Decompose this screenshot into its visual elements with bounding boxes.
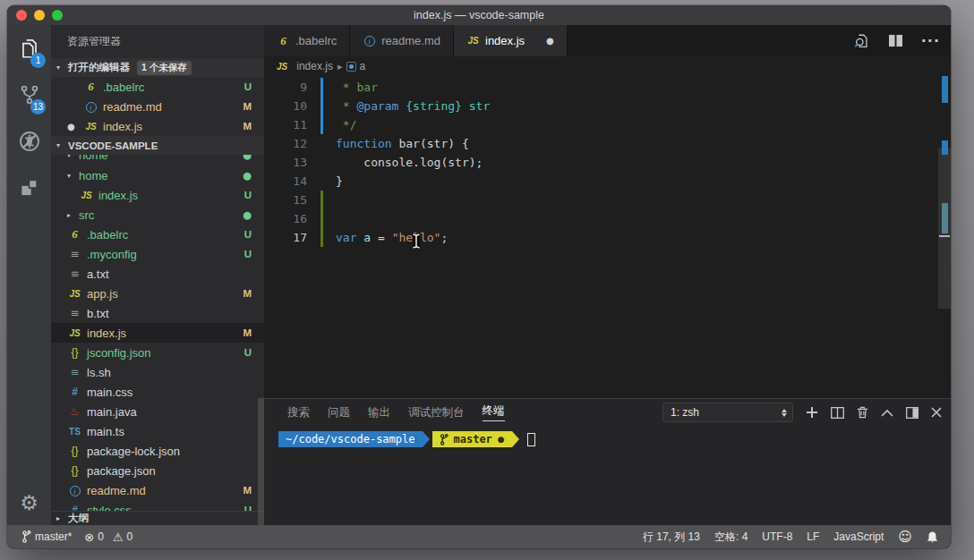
statusbar-problems[interactable]: ⊗ 0 ⚠ 0: [84, 530, 132, 544]
settings-gear-icon[interactable]: ⚙: [7, 491, 51, 514]
git-status-badge: U: [244, 249, 264, 259]
open-editors-header[interactable]: ▾ 打开的编辑器 1 个未保存: [51, 58, 264, 77]
terminal-select[interactable]: 1: zsh: [662, 403, 793, 422]
code-line[interactable]: 13 console.log(str);: [264, 153, 951, 172]
statusbar-encoding[interactable]: UTF-8: [762, 530, 792, 543]
statusbar-language[interactable]: JavaScript: [833, 530, 884, 543]
zoom-window-button[interactable]: [52, 10, 63, 21]
project-label: VSCODE-SAMPLE: [68, 140, 158, 151]
tree-item-appjs[interactable]: JS app.js M: [51, 284, 264, 303]
git-status-badge: M: [243, 101, 264, 112]
tree-item-home[interactable]: ▾ home ●: [51, 165, 264, 185]
notifications-bell-icon[interactable]: [927, 530, 938, 543]
statusbar-branch[interactable]: master*: [21, 530, 72, 543]
maximize-panel-chevron-icon[interactable]: [881, 409, 893, 417]
json-icon: {}: [67, 445, 82, 457]
toggle-panel-position-icon[interactable]: [906, 407, 918, 419]
activity-explorer[interactable]: 1: [7, 25, 51, 72]
statusbar-eol[interactable]: LF: [807, 530, 819, 543]
git-status-badge: U: [244, 190, 264, 200]
tree-item-babelrc[interactable]: 6 .babelrc U: [51, 225, 264, 244]
title-bar[interactable]: index.js — vscode-sample: [7, 5, 951, 25]
kill-terminal-trash-icon[interactable]: [857, 406, 868, 419]
editor-actions: ···: [854, 25, 940, 56]
tree-item-myconfig[interactable]: ≡ .myconfig U: [51, 244, 264, 264]
tree-item-maincss[interactable]: # main.css: [51, 382, 264, 402]
feedback-smiley-icon[interactable]: ☺: [898, 529, 912, 545]
tree-item-packagejson[interactable]: {} package.json: [51, 461, 264, 480]
overview-ruler[interactable]: [938, 76, 951, 398]
tab-readme[interactable]: i readme.md: [350, 25, 454, 56]
activity-debug[interactable]: [7, 118, 51, 165]
explorer-sidebar: 资源管理器 ▾ 打开的编辑器 1 个未保存 6 .babelrc U i rea…: [51, 25, 264, 525]
tree-item-lssh[interactable]: ≡ ls.sh: [51, 362, 264, 382]
js-icon: JS: [83, 122, 98, 132]
panel-tab-output[interactable]: 输出: [368, 405, 390, 420]
ruler-modified-marker: [942, 140, 948, 155]
git-status-badge: M: [243, 288, 264, 299]
open-editor-babelrc[interactable]: 6 .babelrc U: [51, 77, 264, 97]
terminal-content[interactable]: ~/code/vscode-sample master ●: [278, 431, 535, 447]
breadcrumb[interactable]: JS index.js ▸ a: [264, 56, 951, 76]
tree-item-home-clipped[interactable]: ▾ home ●: [51, 155, 264, 165]
code-line[interactable]: 11 */: [264, 115, 951, 134]
split-terminal-icon[interactable]: [831, 407, 844, 419]
panel-tab-debug-console[interactable]: 调试控制台: [408, 405, 465, 420]
more-actions-icon[interactable]: ···: [921, 32, 940, 49]
panel-tab-problems[interactable]: 问题: [328, 405, 350, 420]
minimize-window-button[interactable]: [34, 10, 45, 21]
code-line[interactable]: 10 * @param {string} str: [264, 97, 951, 115]
traffic-lights: [16, 10, 63, 21]
powerline-arrow-icon: [423, 431, 430, 447]
tree-item-atxt[interactable]: ≡ a.txt: [51, 264, 264, 284]
code-line[interactable]: 9 * bar: [264, 78, 951, 97]
prompt-git-segment: master ●: [432, 431, 512, 447]
tree-item-mainjava[interactable]: ♨ main.java: [51, 402, 264, 421]
code-line-current[interactable]: 17 var a = "hello";: [264, 228, 951, 247]
breadcrumb-symbol[interactable]: a: [346, 60, 365, 72]
close-panel-icon[interactable]: [931, 407, 942, 418]
ruler-modified-marker: [942, 76, 948, 103]
statusbar-indentation[interactable]: 空格: 4: [714, 530, 748, 545]
open-editor-readme[interactable]: i readme.md M: [51, 97, 264, 116]
activity-extensions[interactable]: [7, 165, 51, 211]
code-editor[interactable]: 9 * bar 10 * @param {string} str 11 */ 1…: [264, 76, 951, 398]
tree-item-home-indexjs[interactable]: JS index.js U: [51, 185, 264, 205]
tree-item-readme[interactable]: i readme.md M: [51, 480, 264, 500]
dirty-dot-icon[interactable]: ●: [546, 36, 554, 46]
sidebar-scrollbar[interactable]: [258, 398, 264, 525]
twistie-icon: ▾: [56, 64, 68, 72]
css-icon: #: [67, 386, 82, 398]
tree-item-src[interactable]: ▸ src ●: [51, 205, 264, 225]
panel-tab-search[interactable]: 搜索: [287, 405, 310, 420]
close-window-button[interactable]: [16, 10, 27, 21]
select-arrows-icon: [782, 409, 787, 417]
code-line[interactable]: 14 }: [264, 172, 951, 191]
outline-section-header[interactable]: ▸ 大纲: [51, 511, 264, 525]
open-preview-icon[interactable]: [854, 33, 870, 49]
tree-item-btxt[interactable]: ≡ b.txt: [51, 303, 264, 323]
tab-babelrc[interactable]: 6 .babelrc: [264, 25, 350, 56]
code-line[interactable]: 12 function bar(str) {: [264, 134, 951, 153]
new-terminal-icon[interactable]: [806, 406, 818, 419]
panel-tab-terminal-active[interactable]: 终端: [483, 403, 505, 421]
dirty-dot-icon: ●: [67, 122, 75, 132]
explorer-badge: 1: [30, 53, 46, 68]
tree-item-package-lock[interactable]: {} package-lock.json: [51, 441, 264, 461]
project-section-header[interactable]: ▾ VSCODE-SAMPLE: [51, 136, 264, 155]
tree-item-maints[interactable]: TS main.ts: [51, 421, 264, 441]
tab-indexjs-active[interactable]: JS index.js ●: [454, 25, 568, 56]
tree-item-jsconfig[interactable]: {} jsconfig.json U: [51, 343, 264, 362]
code-line[interactable]: 16: [264, 209, 951, 228]
untracked-dot-badge: ●: [243, 208, 264, 221]
debug-no-bug-icon: [17, 129, 42, 154]
chevron-right-icon: ▸: [337, 61, 343, 72]
statusbar-cursor-position[interactable]: 行 17, 列 13: [643, 530, 700, 545]
split-editor-icon[interactable]: [888, 34, 903, 47]
tree-item-indexjs-selected[interactable]: JS index.js M: [51, 323, 264, 343]
code-line[interactable]: 15: [264, 191, 951, 209]
activity-source-control[interactable]: 13: [7, 72, 51, 118]
open-editor-indexjs[interactable]: ● JS index.js M: [51, 116, 264, 136]
error-icon: ⊗: [84, 530, 94, 544]
breadcrumb-file[interactable]: index.js: [296, 60, 333, 72]
